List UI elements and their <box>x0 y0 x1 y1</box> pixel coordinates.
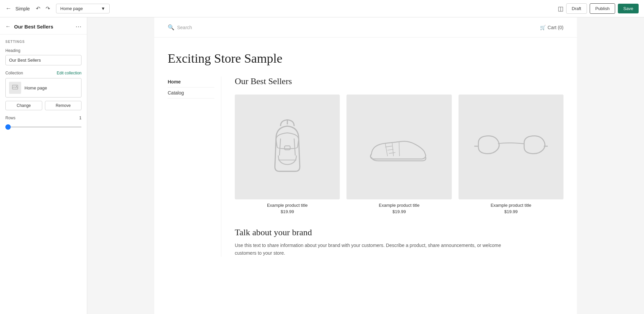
sidebar-header: ← Our Best Sellers ⋯ <box>0 17 87 35</box>
search-bar[interactable]: 🔍 Search <box>168 24 192 30</box>
heading-input[interactable] <box>5 55 82 65</box>
product-title-1: Example product title <box>235 203 340 208</box>
product-title-3: Example product title <box>459 203 564 208</box>
settings-label: SETTINGS <box>5 40 82 44</box>
rows-label: Rows <box>5 116 15 120</box>
sidebar-title: Our Best Sellers <box>14 24 53 29</box>
product-price-1: $19.99 <box>235 209 340 214</box>
remove-collection-button[interactable]: Remove <box>45 101 82 110</box>
store-nav: Home Catalog <box>168 76 221 257</box>
product-image-2 <box>346 95 451 199</box>
save-button[interactable]: Save <box>618 4 639 13</box>
store-header: 🔍 Search 🛒 Cart (0) <box>154 17 577 38</box>
store-title: Exciting Store Sample <box>168 51 564 66</box>
collection-actions: Change Remove <box>5 101 82 110</box>
preview-area: 🔍 Search 🛒 Cart (0) Exciting Store Sampl… <box>87 17 644 314</box>
product-price-2: $19.99 <box>346 209 451 214</box>
page-selector[interactable]: Home page ▼ <box>56 4 110 13</box>
svg-rect-3 <box>284 146 290 150</box>
heading-label: Heading <box>5 48 82 53</box>
collection-label: Collection <box>5 71 23 75</box>
nav-item-home[interactable]: Home <box>168 76 214 87</box>
topbar-left: ← Simple ↶ ↷ Home page ▼ <box>5 3 320 14</box>
svg-line-7 <box>389 152 395 153</box>
change-collection-button[interactable]: Change <box>5 101 42 110</box>
store-content: Exciting Store Sample Home Catalog Our B… <box>154 38 577 270</box>
sidebar-header-left: ← Our Best Sellers <box>5 23 53 29</box>
search-icon: 🔍 <box>168 24 174 30</box>
collection-row: Collection Edit collection <box>5 71 82 75</box>
product-card-3[interactable]: Example product title $19.99 <box>459 95 564 214</box>
page-selector-label: Home page <box>60 6 83 11</box>
search-placeholder: Search <box>177 25 192 30</box>
publish-button[interactable]: Publish <box>590 3 615 14</box>
collection-thumbnail <box>9 82 21 94</box>
rows-value: 1 <box>79 116 82 120</box>
draft-button[interactable]: Draft <box>566 3 587 14</box>
product-price-3: $19.99 <box>459 209 564 214</box>
sidebar: ← Our Best Sellers ⋯ SETTINGS Heading Co… <box>0 17 87 314</box>
redo-button[interactable]: ↷ <box>44 3 52 14</box>
app-name: Simple <box>15 6 30 11</box>
nav-item-catalog[interactable]: Catalog <box>168 87 214 99</box>
topbar-right: ◫ Draft Publish Save <box>324 3 639 14</box>
brand-text: Use this text to share information about… <box>235 242 503 257</box>
product-image-1 <box>235 95 340 199</box>
rows-slider-wrapper <box>5 123 82 129</box>
topbar: ← Simple ↶ ↷ Home page ▼ ◫ Draft Publish… <box>0 0 644 17</box>
back-icon[interactable]: ← <box>5 5 11 12</box>
store-main: Our Best Sellers <box>235 76 564 257</box>
products-grid: Example product title $19.99 <box>235 95 564 214</box>
undo-redo-group: ↶ ↷ <box>34 3 52 14</box>
heading-field-group: Heading <box>5 48 82 65</box>
product-card-1[interactable]: Example product title $19.99 <box>235 95 340 214</box>
brand-title: Talk about your brand <box>235 228 564 238</box>
svg-point-1 <box>16 86 17 87</box>
best-sellers-heading: Our Best Sellers <box>235 76 564 86</box>
store-body: Home Catalog Our Best Sellers <box>168 76 564 257</box>
sidebar-body: SETTINGS Heading Collection Edit collect… <box>0 35 87 314</box>
main-layout: ← Our Best Sellers ⋯ SETTINGS Heading Co… <box>0 17 644 314</box>
cart-area[interactable]: 🛒 Cart (0) <box>540 25 564 30</box>
svg-line-5 <box>385 146 392 147</box>
collection-name: Home page <box>24 85 47 90</box>
more-options-icon[interactable]: ⋯ <box>75 23 82 30</box>
product-card-2[interactable]: Example product title $19.99 <box>346 95 451 214</box>
product-title-2: Example product title <box>346 203 451 208</box>
cart-label: Cart (0) <box>548 25 564 30</box>
cart-icon: 🛒 <box>540 25 546 30</box>
undo-button[interactable]: ↶ <box>34 3 42 14</box>
store-frame: 🔍 Search 🛒 Cart (0) Exciting Store Sampl… <box>154 17 577 314</box>
chevron-down-icon: ▼ <box>101 6 105 11</box>
collection-box: Home page <box>5 78 82 98</box>
rows-header-row: Rows 1 <box>5 116 82 120</box>
monitor-icon: ◫ <box>558 5 564 12</box>
product-image-3 <box>459 95 564 199</box>
edit-collection-link[interactable]: Edit collection <box>57 71 82 75</box>
brand-section: Talk about your brand Use this text to s… <box>235 228 564 257</box>
rows-slider[interactable] <box>5 126 82 128</box>
sidebar-back-icon[interactable]: ← <box>5 23 11 29</box>
